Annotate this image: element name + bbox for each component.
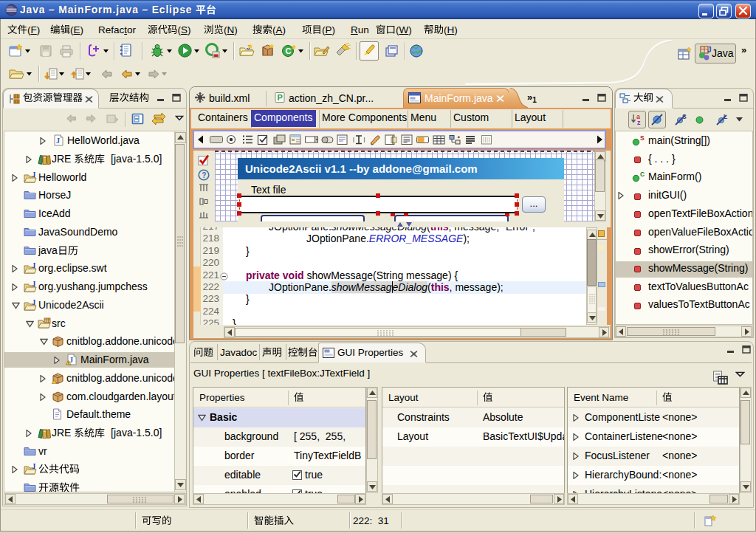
svg-text:C: C xyxy=(286,47,292,55)
svg-text:J: J xyxy=(32,262,36,269)
svg-text:L: L xyxy=(724,113,727,120)
svg-text:J: J xyxy=(32,463,36,470)
svg-text:J: J xyxy=(32,281,36,288)
svg-text:J: J xyxy=(32,171,36,179)
svg-text:S: S xyxy=(682,113,687,120)
svg-text:P: P xyxy=(278,93,283,102)
svg-text:z: z xyxy=(637,119,641,126)
svg-text:C: C xyxy=(640,171,645,178)
svg-text:J: J xyxy=(56,137,60,145)
svg-text:J: J xyxy=(69,356,73,364)
svg-text:?: ? xyxy=(202,171,206,179)
svg-text:S: S xyxy=(640,135,645,142)
svg-text:J: J xyxy=(32,299,36,306)
svg-text:J: J xyxy=(707,46,712,54)
